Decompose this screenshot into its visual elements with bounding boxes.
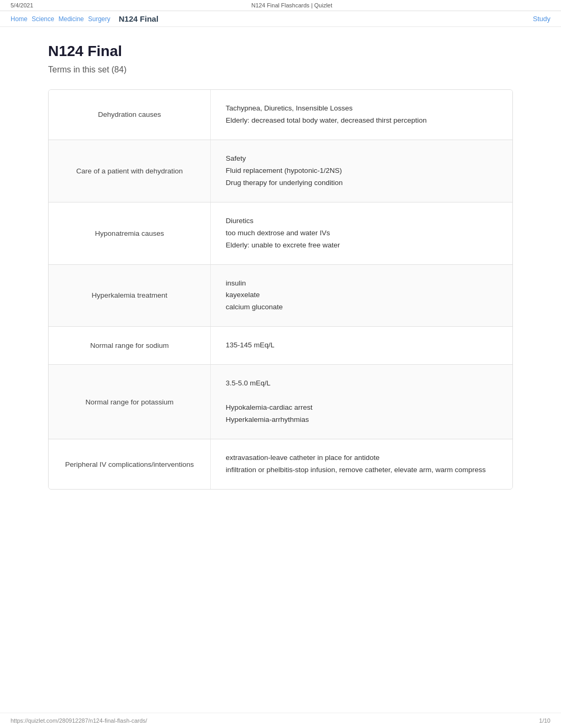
main-content: N124 Final Terms in this set (84) Dehydr…: [38, 27, 523, 521]
flashcard-row: Peripheral IV complications/intervention…: [49, 439, 512, 489]
set-info: Terms in this set (84): [48, 65, 513, 75]
card-definition: Diuretics too much dextrose and water IV…: [211, 202, 512, 264]
flashcard-row: Normal range for sodium135-145 mEq/L: [49, 327, 512, 365]
card-term: Dehydration causes: [49, 90, 211, 140]
flashcard-row: Care of a patient with dehydrationSafety…: [49, 140, 512, 202]
card-definition-text: Safety Fluid replacement (hypotonic-1/2N…: [226, 153, 342, 189]
card-definition-text: 135-145 mEq/L: [226, 339, 274, 352]
breadcrumb-home[interactable]: Home: [11, 15, 27, 23]
card-term: Normal range for potassium: [49, 365, 211, 439]
breadcrumb: Home Science Medicine Surgery: [11, 15, 110, 23]
card-term: Peripheral IV complications/intervention…: [49, 439, 211, 489]
nav-title: N124 Final: [119, 14, 158, 23]
flashcard-list: Dehydration causesTachypnea, Diuretics, …: [48, 89, 513, 490]
breadcrumb-surgery[interactable]: Surgery: [88, 15, 110, 23]
flashcard-row: Hyponatremia causesDiuretics too much de…: [49, 202, 512, 265]
flashcard-row: Normal range for potassium3.5-5.0 mEq/L …: [49, 365, 512, 439]
card-definition-text: 3.5-5.0 mEq/L Hypokalemia-cardiac arrest…: [226, 377, 312, 426]
card-definition: Tachypnea, Diuretics, Insensible Losses …: [211, 90, 512, 140]
card-definition: 3.5-5.0 mEq/L Hypokalemia-cardiac arrest…: [211, 365, 512, 439]
top-bar: 5/4/2021 N124 Final Flashcards | Quizlet: [0, 0, 561, 11]
card-definition-text: insulin kayexelate calcium gluconate: [226, 278, 283, 314]
card-definition: insulin kayexelate calcium gluconate: [211, 265, 512, 327]
page-heading: N124 Final: [48, 43, 513, 60]
nav-bar: Home Science Medicine Surgery N124 Final…: [0, 11, 561, 27]
card-definition: Safety Fluid replacement (hypotonic-1/2N…: [211, 140, 512, 202]
card-term: Normal range for sodium: [49, 327, 211, 364]
flashcard-row: Dehydration causesTachypnea, Diuretics, …: [49, 90, 512, 140]
card-definition-text: Tachypnea, Diuretics, Insensible Losses …: [226, 103, 426, 127]
card-definition-text: extravasation-leave catheter in place fo…: [226, 452, 485, 476]
study-button[interactable]: Study: [533, 15, 550, 23]
flashcard-row: Hyperkalemia treatmentinsulin kayexelate…: [49, 265, 512, 327]
card-term: Hyperkalemia treatment: [49, 265, 211, 327]
breadcrumb-medicine[interactable]: Medicine: [59, 15, 84, 23]
card-term: Hyponatremia causes: [49, 202, 211, 264]
page-title-meta: N124 Final Flashcards | Quizlet: [251, 2, 332, 8]
card-definition: 135-145 mEq/L: [211, 327, 512, 364]
card-definition-text: Diuretics too much dextrose and water IV…: [226, 215, 340, 252]
date-display: 5/4/2021: [11, 2, 33, 8]
breadcrumb-science[interactable]: Science: [32, 15, 54, 23]
card-term: Care of a patient with dehydration: [49, 140, 211, 202]
card-definition: extravasation-leave catheter in place fo…: [211, 439, 512, 489]
